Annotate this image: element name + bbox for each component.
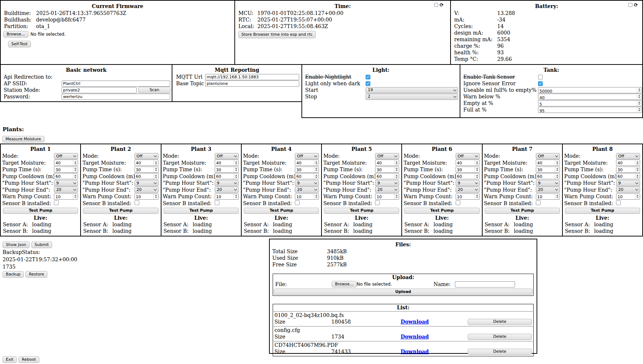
warn-pump-count-input[interactable]: 10 (135, 193, 159, 200)
pump-cooldown-input[interactable]: 60 (616, 173, 640, 179)
target-moisture-input[interactable]: 40 (54, 160, 78, 166)
spinner-icon[interactable] (234, 194, 238, 199)
spinner-icon[interactable] (153, 167, 158, 172)
sensor-b-checkbox[interactable] (135, 200, 139, 205)
target-moisture-input[interactable]: 40 (375, 160, 399, 166)
scan-button[interactable]: Scan (138, 87, 171, 93)
refresh-icon[interactable]: ⟳ (634, 3, 638, 7)
show-json-button[interactable]: Show Json (3, 242, 30, 248)
pump-hour-end-select[interactable]: 20 (616, 187, 640, 193)
spinner-icon[interactable] (475, 167, 479, 172)
pump-time-input[interactable]: 30 (616, 167, 640, 173)
pump-cooldown-input[interactable]: 60 (54, 173, 78, 179)
pump-cooldown-input[interactable]: 60 (375, 173, 399, 179)
spinner-icon[interactable] (314, 160, 319, 165)
mode-select[interactable]: Off (54, 153, 78, 159)
spinner-icon[interactable] (475, 160, 479, 165)
pump-cooldown-input[interactable]: 60 (215, 173, 239, 179)
sensor-b-checkbox[interactable] (456, 200, 460, 205)
pump-hour-end-select[interactable]: 20 (536, 187, 560, 193)
spinner-icon[interactable] (234, 160, 238, 165)
ap-ssid-input[interactable] (62, 81, 170, 87)
mode-select[interactable]: Off (135, 153, 159, 159)
upload-browse-button[interactable]: Browse... (332, 281, 357, 287)
ignore-sensor-error-checkbox[interactable] (538, 81, 543, 86)
pump-cooldown-input[interactable]: 60 (456, 173, 480, 179)
backup-button[interactable]: Backup (3, 271, 24, 278)
spinner-icon[interactable] (637, 87, 642, 93)
spinner-icon[interactable] (555, 167, 560, 172)
pump-hour-end-select[interactable]: 20 (215, 187, 239, 193)
spinner-icon[interactable] (234, 173, 238, 179)
spinner-icon[interactable] (73, 167, 78, 172)
mode-select[interactable]: Off (456, 153, 480, 159)
spinner-icon[interactable] (635, 167, 640, 172)
test-pump-button[interactable]: Test Pump (404, 208, 479, 214)
test-pump-button[interactable]: Test Pump (83, 208, 158, 214)
password-input[interactable] (62, 94, 170, 100)
pump-time-input[interactable]: 30 (215, 167, 239, 173)
test-pump-button[interactable]: Test Pump (164, 208, 239, 214)
pump-time-input[interactable]: 30 (536, 167, 560, 173)
spinner-icon[interactable] (555, 194, 560, 199)
warn-pump-count-input[interactable]: 10 (295, 193, 319, 200)
spinner-icon[interactable] (635, 160, 640, 165)
spinner-icon[interactable] (314, 167, 319, 172)
pump-hour-end-select[interactable]: 20 (135, 187, 159, 193)
spinner-icon[interactable] (555, 173, 560, 179)
warn-pump-count-input[interactable]: 10 (375, 193, 399, 200)
delete-button[interactable]: Delete (468, 349, 532, 355)
full-at-input[interactable]: 95 (538, 107, 642, 113)
pump-hour-start-select[interactable]: 9 (456, 180, 480, 186)
warn-pump-count-input[interactable]: 10 (536, 193, 560, 200)
target-moisture-input[interactable]: 40 (616, 160, 640, 166)
spinner-icon[interactable] (73, 194, 78, 199)
spinner-icon[interactable] (314, 173, 319, 179)
spinner-icon[interactable] (637, 107, 642, 113)
test-pump-button[interactable]: Test Pump (3, 208, 78, 214)
pump-cooldown-input[interactable]: 60 (135, 173, 159, 179)
spinner-icon[interactable] (635, 194, 640, 199)
pump-hour-start-select[interactable]: 9 (215, 180, 239, 186)
useable-ml-input[interactable]: 50000 (538, 87, 642, 93)
download-link[interactable]: Download (401, 348, 468, 355)
pump-hour-end-select[interactable]: 20 (456, 187, 480, 193)
target-moisture-input[interactable]: 40 (295, 160, 319, 166)
restore-button[interactable]: Restore (26, 271, 47, 278)
pump-hour-end-select[interactable]: 20 (375, 187, 399, 193)
spinner-icon[interactable] (153, 160, 158, 165)
sensor-b-checkbox[interactable] (536, 200, 541, 205)
firmware-browse-button[interactable]: Browse... (3, 31, 28, 38)
pump-cooldown-input[interactable]: 60 (536, 173, 560, 179)
warn-below-input[interactable]: 40 (538, 94, 642, 100)
target-moisture-input[interactable]: 40 (135, 160, 159, 166)
pump-time-input[interactable]: 30 (375, 167, 399, 173)
refresh-icon[interactable]: ⟳ (440, 3, 444, 7)
pump-time-input[interactable]: 30 (54, 167, 78, 173)
station-mode-input[interactable] (62, 87, 137, 93)
pump-hour-start-select[interactable]: 9 (295, 180, 319, 186)
sensor-b-checkbox[interactable] (54, 200, 59, 205)
spinner-icon[interactable] (394, 167, 399, 172)
mode-select[interactable]: Off (295, 153, 319, 159)
test-pump-button[interactable]: Test Pump (324, 208, 399, 214)
self-test-button[interactable]: Self-Test (8, 41, 31, 47)
base-topic-input[interactable] (205, 81, 299, 87)
spinner-icon[interactable] (637, 101, 642, 106)
enable-nightlight-checkbox[interactable] (366, 75, 370, 79)
pump-hour-start-select[interactable]: 9 (616, 180, 640, 186)
download-link[interactable]: Download (401, 333, 468, 340)
time-auto-refresh-checkbox[interactable] (434, 3, 438, 7)
pump-hour-end-select[interactable]: 20 (295, 187, 319, 193)
spinner-icon[interactable] (153, 173, 158, 179)
light-start-select[interactable]: 19 (366, 87, 458, 93)
target-moisture-input[interactable]: 40 (456, 160, 480, 166)
spinner-icon[interactable] (635, 173, 640, 179)
target-moisture-input[interactable]: 40 (215, 160, 239, 166)
battery-auto-refresh-checkbox[interactable] (628, 3, 632, 7)
mode-select[interactable]: Off (536, 153, 560, 159)
spinner-icon[interactable] (394, 194, 399, 199)
mqtt-url-input[interactable] (205, 74, 299, 80)
sensor-b-checkbox[interactable] (375, 200, 380, 205)
store-browser-time-button[interactable]: Store Browser time into esp and rtc (238, 31, 316, 38)
